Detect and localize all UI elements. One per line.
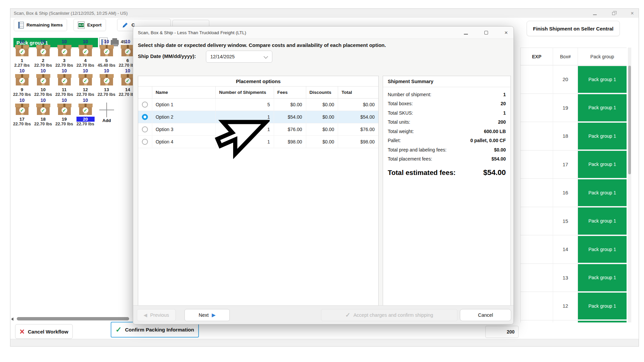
box-tile[interactable]: 10 ✓ 2 22.70 lbs xyxy=(33,39,54,68)
dialog-titlebar: Scan, Box & Ship - Less Than Truckload F… xyxy=(133,26,514,39)
box-check-icon: ✓ xyxy=(19,107,25,113)
exp-cell xyxy=(521,235,553,263)
dialog-cancel-button[interactable]: Cancel xyxy=(460,309,511,321)
box-tile[interactable]: 10 ✓ 17 22.70 lbs xyxy=(11,98,33,126)
box-unit-count: 10 xyxy=(41,98,46,103)
option-radio[interactable] xyxy=(142,114,148,120)
dialog-minimize-icon[interactable] xyxy=(463,30,469,36)
option-name: Option 1 xyxy=(152,99,216,111)
box-weight: 22.70 lbs xyxy=(13,122,31,126)
pack-group-badge: Pack group 1 xyxy=(578,264,627,291)
pack-group-cell: Pack group 1 xyxy=(578,65,627,94)
box-tile[interactable]: 10 ✓ 3 22.70 lbs xyxy=(54,39,75,68)
pack-group-cell: Pack group 1 xyxy=(578,320,627,323)
box-check-icon: ✓ xyxy=(19,78,25,83)
placement-option-row[interactable]: Option 1 5 $0.00 $0.00 $0.00 xyxy=(138,99,378,111)
finish-shipment-button[interactable]: Finish Shipment on Seller Central xyxy=(527,21,620,36)
box-tile[interactable]: 10 ✓ 1 2.27 lbs xyxy=(11,39,33,68)
dialog-close-icon[interactable]: × xyxy=(503,29,509,36)
option-discounts: $0.00 xyxy=(306,136,338,148)
box-tile[interactable]: 10 ✓ 5 45.40 lbs xyxy=(96,39,117,68)
box-tile[interactable]: 10 ✓ 19 22.70 lbs xyxy=(54,98,75,126)
total-estimated-fees-row: Total estimated fees: $54.00 xyxy=(383,164,511,177)
pack-group-badge: Pack group 1 xyxy=(578,236,627,263)
pack-group-badge: Pack group 1 xyxy=(578,123,627,150)
accept-charges-label: Accept charges and confirm shipping xyxy=(354,312,433,318)
exp-cell xyxy=(521,65,553,94)
right-scrollbar[interactable] xyxy=(628,48,631,322)
remaining-items-button[interactable]: Remaining Items xyxy=(14,19,67,31)
box-unit-count: 10 xyxy=(19,39,25,44)
table-row[interactable]: 19 Pack group 1 xyxy=(521,94,627,122)
radio-cell xyxy=(138,123,152,135)
shipment-summary-panel: Shipment Summary Number of shipment: 1 T… xyxy=(383,76,511,306)
add-box-button[interactable]: Add xyxy=(97,103,116,123)
box-icon: ✓ xyxy=(16,104,29,115)
table-row[interactable]: Pack group 1 xyxy=(521,320,627,323)
box-number-cell: 19 xyxy=(553,94,578,122)
table-row[interactable]: 14 Pack group 1 xyxy=(521,235,627,264)
box-unit-count: 10 xyxy=(83,98,88,103)
box-tile[interactable]: 10 ✓ 11 22.70 lbs xyxy=(54,68,75,97)
right-scrollbar-thumb[interactable] xyxy=(628,66,631,174)
box-number: 19 xyxy=(55,117,73,122)
chevron-down-icon xyxy=(264,54,268,59)
table-row[interactable]: 12 Pack group 1 xyxy=(521,292,627,320)
box-tile[interactable]: 10 ✓ 12 22.70 lbs xyxy=(75,68,96,97)
box-number-cell: 17 xyxy=(553,150,578,179)
summary-row: Total prep and labeling fees: $0.00 xyxy=(388,145,506,155)
total-fees-label: Total estimated fees: xyxy=(388,169,455,177)
previous-button[interactable]: ◀ Previous xyxy=(137,309,176,321)
accept-charges-button[interactable]: ✓ Accept charges and confirm shipping xyxy=(321,309,458,321)
header-fees: Fees xyxy=(274,86,306,98)
cursor-arrow-icon xyxy=(211,115,270,174)
box-number: 10 xyxy=(34,87,52,92)
box-tile[interactable]: 10 ✓ 9 22.70 lbs xyxy=(11,68,33,97)
table-row[interactable]: 16 Pack group 1 xyxy=(521,179,627,207)
box-weight: 22.70 lbs xyxy=(98,92,115,97)
box-tile[interactable]: 10 ✓ 18 22.70 lbs xyxy=(33,98,54,126)
cancel-workflow-button[interactable]: × Cancel Workflow xyxy=(15,324,73,339)
box-unit-count: 10 xyxy=(104,39,109,44)
total-units-field[interactable]: 200 xyxy=(485,326,519,338)
close-icon[interactable]: × xyxy=(629,11,636,16)
summary-row: Total weight: 600.00 LB xyxy=(388,127,506,136)
dialog-title: Scan, Box & Ship - Less Than Truckload F… xyxy=(138,30,246,35)
summary-label: Pallet: xyxy=(388,138,401,143)
minimize-icon[interactable] xyxy=(591,10,598,16)
scroll-left-icon[interactable] xyxy=(11,317,13,321)
box-number-cell: 16 xyxy=(553,179,578,207)
table-row[interactable]: 15 Pack group 1 xyxy=(521,207,627,236)
ship-date-select[interactable]: 12/14/2025 xyxy=(206,51,272,63)
horizontal-scrollbar-thumb[interactable] xyxy=(17,317,129,320)
option-radio[interactable] xyxy=(142,126,148,132)
option-radio[interactable] xyxy=(142,102,148,108)
option-radio[interactable] xyxy=(142,139,148,145)
option-discounts: $0.00 xyxy=(306,111,338,123)
box-tile[interactable]: 10 ✓ 13 22.70 lbs xyxy=(96,68,117,97)
exp-cell xyxy=(521,150,553,179)
table-row[interactable]: 20 Pack group 1 xyxy=(521,65,627,94)
box-row-3: 10 ✓ 17 22.70 lbs 10 ✓ 18 22.70 lbs xyxy=(11,98,96,126)
box-tile[interactable]: 10 ✓ 4 22.70 lbs xyxy=(75,39,96,68)
table-row[interactable]: 13 Pack group 1 xyxy=(521,264,627,292)
restore-icon[interactable] xyxy=(610,10,617,16)
summary-label: Total boxes: xyxy=(388,101,413,106)
box-number: 13 xyxy=(98,87,116,92)
box-unit-count: 10 xyxy=(62,39,67,44)
export-button[interactable]: XLS Export xyxy=(73,19,106,31)
box-icon: ✓ xyxy=(37,45,50,56)
table-row[interactable]: 18 Pack group 1 xyxy=(521,122,627,150)
box-weight: 22.70 lbs xyxy=(76,63,94,68)
box-icon: ✓ xyxy=(16,74,29,85)
box-unit-count: 10 xyxy=(62,98,67,103)
summary-row: Total SKUS: 1 xyxy=(388,108,506,118)
box-tile[interactable]: 10 ✓ 10 22.70 lbs xyxy=(33,68,54,97)
header-name: Name xyxy=(152,86,216,98)
table-row[interactable]: 17 Pack group 1 xyxy=(521,150,627,179)
box-tile[interactable]: 10 ✓ 20 22.70 lbs xyxy=(75,98,96,126)
next-button[interactable]: Next ▶ xyxy=(184,309,230,321)
dialog-maximize-icon[interactable] xyxy=(483,30,489,36)
box-weight: 2.27 lbs xyxy=(14,63,30,68)
box-icon: ✓ xyxy=(16,45,29,56)
